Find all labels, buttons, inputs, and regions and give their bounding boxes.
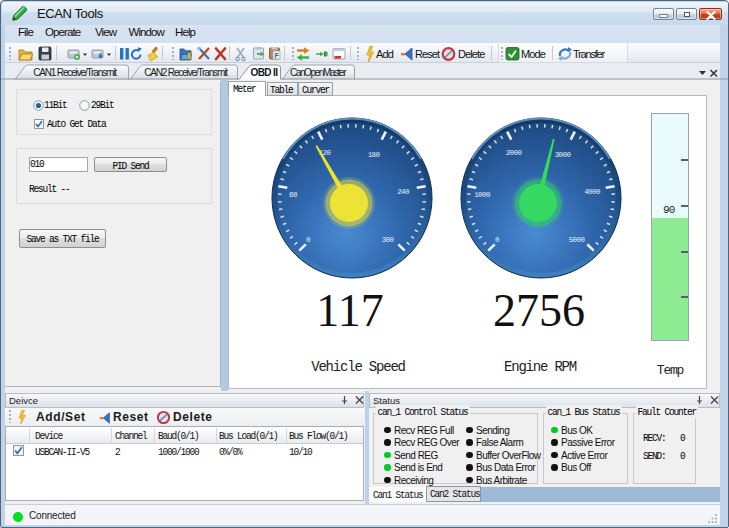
- svg-text:OBD II: OBD II: [251, 67, 279, 78]
- svg-text:F: F: [275, 52, 280, 59]
- svg-text:4000: 4000: [584, 188, 601, 196]
- svg-text:5000: 5000: [569, 236, 586, 244]
- svg-text:2000: 2000: [506, 149, 523, 157]
- svg-text:300: 300: [382, 236, 395, 244]
- svg-text:180: 180: [368, 151, 381, 159]
- svg-text:240: 240: [397, 188, 410, 196]
- svg-text:CanOpenMaster: CanOpenMaster: [290, 67, 347, 78]
- svg-text:60: 60: [289, 191, 298, 199]
- svg-text:1000: 1000: [474, 191, 491, 199]
- svg-text:CAN1 Receive/Transmit: CAN1 Receive/Transmit: [33, 67, 117, 78]
- svg-text:3000: 3000: [555, 151, 572, 159]
- svg-text:CAN2 Receive/Transmit: CAN2 Receive/Transmit: [144, 67, 228, 78]
